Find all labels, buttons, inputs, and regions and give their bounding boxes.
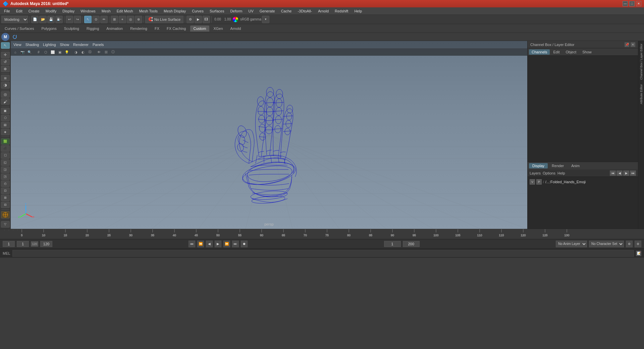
tab-polygons[interactable]: Polygons (38, 26, 60, 32)
material-tool-2[interactable]: ⬛ (1, 145, 10, 152)
options-menu[interactable]: Options (543, 171, 555, 175)
record-button[interactable]: ⏺ (241, 241, 248, 247)
color-management-button[interactable] (233, 17, 238, 22)
ipr-button[interactable]: 🎞 (203, 16, 210, 23)
select-mode-button[interactable]: ↖ (84, 16, 92, 23)
save-file-button[interactable]: 💾 (47, 16, 55, 23)
go-to-start-button[interactable]: ⏮ (189, 241, 195, 247)
menu-mesh[interactable]: Mesh (99, 8, 113, 14)
viewport[interactable]: View Shading Lighting Show Renderer Pane… (11, 41, 527, 229)
layer-next-button[interactable]: ▶ (623, 170, 629, 176)
render-settings-button[interactable]: ⚙ (186, 16, 194, 23)
soft-mod-button[interactable]: ◑ (1, 82, 10, 88)
character-settings-button[interactable]: ⚙ (635, 241, 641, 247)
help-menu[interactable]: Help (557, 171, 565, 175)
menu-arnold[interactable]: Arnold (315, 8, 331, 14)
timeline-ruler[interactable]: 5 10 15 20 25 30 35 40 45 50 55 60 65 70… (0, 229, 644, 239)
playback-start-input[interactable] (384, 241, 401, 247)
universal-manip-button[interactable]: ⊞ (1, 75, 10, 81)
layers-menu[interactable]: Layers (530, 171, 541, 175)
tab-fx-caching[interactable]: FX Caching (163, 26, 189, 32)
lasso-select-button[interactable]: ⊙ (92, 16, 100, 23)
menu-mesh-display[interactable]: Mesh Display (161, 8, 189, 14)
anim-settings-button[interactable]: ⚙ (626, 241, 633, 247)
tab-curves-surfaces[interactable]: Curves / Surfaces (1, 26, 37, 32)
tab-rendering[interactable]: Rendering (127, 26, 151, 32)
menu-edit[interactable]: Edit (13, 8, 25, 14)
tab-sculpting[interactable]: Sculpting (61, 26, 83, 32)
menu-cache[interactable]: Cache (278, 8, 294, 14)
paint-select-button[interactable]: ✏ (100, 16, 108, 23)
panel-close-button[interactable]: ✕ (631, 42, 635, 47)
step-back-button[interactable]: ⏪ (197, 241, 204, 247)
viewport-view-menu[interactable]: View (13, 43, 21, 47)
snap-to-curve-button[interactable]: ⌖ (119, 16, 126, 23)
material-tool-6[interactable]: ◳ (1, 173, 10, 180)
tab-custom[interactable]: Custom (190, 26, 210, 32)
menu-redshift[interactable]: Redshift (332, 8, 351, 14)
prev-frame-button[interactable]: ◀ (206, 241, 213, 247)
menu-surfaces[interactable]: Surfaces (207, 8, 227, 14)
mode-dropdown[interactable]: Modeling (1, 16, 28, 23)
material-tool-5[interactable]: ◲ (1, 166, 10, 173)
mel-input[interactable] (12, 250, 634, 257)
menu-mesh-tools[interactable]: Mesh Tools (137, 8, 160, 14)
select-tool-button[interactable]: ↖ (1, 42, 10, 49)
material-tool-1[interactable]: 🟩 (1, 138, 10, 145)
close-button[interactable]: ✕ (636, 1, 641, 6)
open-file-button[interactable]: 📂 (39, 16, 47, 23)
material-tool-7[interactable]: ◴ (1, 181, 10, 187)
menu-curves[interactable]: Curves (189, 8, 206, 14)
viewport-lighting-menu[interactable]: Lighting (43, 43, 56, 47)
menu-display[interactable]: Display (60, 8, 77, 14)
menu-windows[interactable]: Windows (78, 8, 98, 14)
no-live-surface-button[interactable]: 🧲 No Live Surface (145, 16, 183, 23)
menu-edit-mesh[interactable]: Edit Mesh (114, 8, 136, 14)
menu-modify[interactable]: Modify (43, 8, 59, 14)
maximize-button[interactable]: □ (629, 1, 635, 6)
tab-animation[interactable]: Animation (103, 26, 126, 32)
layer-tab-display[interactable]: Display (529, 163, 548, 168)
misc-tool-1[interactable] (1, 211, 10, 218)
layer-prev-button[interactable]: ◀ (616, 170, 623, 176)
refresh-icon[interactable] (11, 33, 19, 41)
menu-generate[interactable]: Generate (257, 8, 278, 14)
side-tab-attribute-editor[interactable]: Attribute Editor (639, 82, 644, 106)
tab-fx[interactable]: FX (151, 26, 163, 32)
next-frame-button[interactable]: ⏩ (223, 241, 230, 247)
paint-select-tool-button[interactable]: 🖌 (1, 98, 10, 105)
menu-deform[interactable]: Deform (227, 8, 245, 14)
layer-visibility-p[interactable]: P (536, 179, 542, 185)
polygon-tool-4[interactable]: ◈ (1, 129, 10, 135)
range-start-input[interactable] (17, 241, 29, 247)
polygon-tool-3[interactable]: ▤ (1, 122, 10, 128)
playback-end-input[interactable] (403, 241, 420, 247)
polygon-tool-1[interactable]: ▣ (1, 108, 10, 114)
lasso-tool-button[interactable]: ◎ (1, 91, 10, 98)
layer-visibility-v[interactable]: V (530, 179, 535, 185)
material-tool-4[interactable]: ◱ (1, 159, 10, 166)
layer-name[interactable]: /...:Folded_Hands_Emoji (545, 180, 586, 184)
layer-tab-render[interactable]: Render (548, 163, 567, 168)
move-tool-button[interactable]: ✛ (1, 52, 10, 58)
menu-file[interactable]: File (1, 8, 13, 14)
layer-last-button[interactable]: ⏭ (630, 170, 636, 176)
material-tool-3[interactable]: ☐ (1, 152, 10, 159)
scale-tool-button[interactable]: ⊕ (1, 66, 10, 72)
menu-help[interactable]: Help (352, 8, 365, 14)
menu-3dto-all[interactable]: -3DtoAll- (295, 8, 315, 14)
polygon-tool-2[interactable]: ⬡ (1, 115, 10, 121)
channel-tab-edit[interactable]: Edit (550, 49, 562, 55)
viewport-shading-menu[interactable]: Shading (25, 43, 39, 47)
rotate-tool-button[interactable]: ↺ (1, 59, 10, 65)
no-anim-layer-dropdown[interactable]: No Anim Layer (556, 241, 587, 247)
script-editor-button[interactable]: 📝 (636, 251, 641, 256)
range-end-input[interactable] (40, 241, 52, 247)
channel-tab-channels[interactable]: Channels (529, 49, 550, 55)
tab-arnold[interactable]: Arnold (227, 26, 245, 32)
layer-first-button[interactable]: ⏮ (610, 170, 616, 176)
save-as-button[interactable]: 💾+ (55, 16, 63, 23)
viewport-show-menu[interactable]: Show (60, 43, 69, 47)
material-tool-8[interactable]: ⊡ (1, 188, 10, 194)
misc-tool-2[interactable]: ▽ (1, 221, 10, 228)
